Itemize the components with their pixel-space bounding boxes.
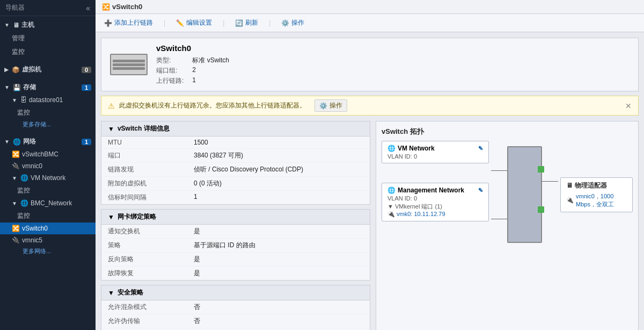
- topology-card: vSwitch 拓扑 🌐 VM Network ✎ V: [376, 121, 639, 330]
- prop-label: 端口: [108, 151, 194, 160]
- vm-network-vlan: VLAN ID: 0: [387, 153, 483, 160]
- vswitch-header-card: vSwitch0 类型: 标准 vSwitch 端口组: 2 上行链路: 1: [101, 38, 639, 91]
- sidebar-item-label: 主机: [21, 20, 34, 30]
- prop-label: MTU: [108, 139, 194, 146]
- topo-physical-box: 🖥 物理适配器 🔌 vmnic0，1000 Mbps，全双工: [560, 177, 633, 212]
- topo-line1: [491, 170, 507, 171]
- mgmt-network-edit-button[interactable]: ✎: [478, 187, 483, 194]
- physical-title-label: 物理适配器: [575, 181, 607, 190]
- topo-left-lines: [491, 146, 507, 243]
- sidebar-item-vmnic5[interactable]: 🔌 vmnic5: [0, 234, 96, 246]
- vm-network-title-row: 🌐 VM Network ✎: [387, 145, 483, 152]
- prop-value: 1: [194, 193, 197, 202]
- warning-action-button[interactable]: ⚙️ 操作: [314, 99, 347, 112]
- sidebar-item-label: BMC_Network: [31, 199, 72, 207]
- detail-section-body: MTU 1500 端口 3840 (3827 可用) 链路发现 侦听 / Cis…: [101, 137, 370, 204]
- sidebar-item-vm-network-monitor[interactable]: 监控: [0, 184, 96, 197]
- topo-switch-body: [507, 146, 542, 243]
- table-row: MTU 1500: [101, 137, 370, 149]
- topo-port-groups: 🌐 VM Network ✎ VLAN ID: 0 🌐 Ma: [382, 141, 489, 248]
- actions-label: 操作: [291, 18, 304, 27]
- add-uplink-button[interactable]: ➕ 添加上行链路: [102, 17, 155, 28]
- warning-close-button[interactable]: ✕: [625, 102, 632, 110]
- sidebar-item-host-monitor[interactable]: 监控: [0, 45, 96, 59]
- vm-network-edit-button[interactable]: ✎: [478, 145, 483, 152]
- sidebar-item-bmc-network-monitor[interactable]: 监控: [0, 209, 96, 223]
- sidebar-item-label: 监控: [17, 211, 30, 220]
- prop-value: 侦听 / Cisco Discovery Protocol (CDP): [194, 165, 303, 174]
- sidebar-item-datastore01[interactable]: ▼ 🗄 datastore01: [0, 94, 96, 106]
- sidebar-item-host-manage[interactable]: 管理: [0, 32, 96, 45]
- sidebar: 导航器 « ▼ 🖥 主机 管理 监控 ▶ 📦 虚拟机 0 ▼ 💾 存储 1: [0, 0, 96, 330]
- uplink-label: 上行链路:: [156, 76, 184, 85]
- mgmt-network-ip: 🔌 vmk0: 10.11.12.79: [387, 211, 483, 218]
- sidebar-item-bmc-network[interactable]: ▼ 🌐 BMC_Network: [0, 197, 96, 209]
- refresh-button[interactable]: 🔄 刷新: [233, 17, 260, 28]
- prop-value: 3840 (3827 可用): [194, 151, 243, 160]
- vmkernel-chevron: ▼: [387, 203, 393, 210]
- security-title: 安全策略: [118, 288, 143, 297]
- refresh-label: 刷新: [245, 18, 258, 27]
- sidebar-section-storage: ▼ 💾 存储 1 ▼ 🗄 datastore01 监控 更多存储...: [0, 78, 96, 133]
- security-section-header: ▼ 安全策略: [101, 285, 370, 300]
- topo-vm-network-box: 🌐 VM Network ✎ VLAN ID: 0: [382, 141, 489, 163]
- sidebar-item-vswitch0[interactable]: 🔀 vSwitch0: [0, 223, 96, 234]
- sidebar-item-label: 监控: [17, 186, 30, 195]
- prop-value: 基于源端口 ID 的路由: [194, 241, 255, 250]
- content-area: vSwitch0 类型: 标准 vSwitch 端口组: 2 上行链路: 1 ⚠…: [96, 32, 644, 330]
- topo-physical-title: 🖥 物理适配器: [566, 181, 627, 190]
- vmnic-icon: 🔌: [387, 211, 395, 217]
- security-section: ▼ 安全策略 允许混杂模式 否 允许伪传输 否 允许 MAC: [101, 285, 370, 330]
- sidebar-item-datastore-monitor[interactable]: 监控: [0, 106, 96, 119]
- sidebar-item-storage[interactable]: ▼ 💾 存储 1: [0, 81, 96, 94]
- chevron-down-icon: ▼: [4, 84, 10, 90]
- sidebar-item-vm[interactable]: ▶ 📦 虚拟机 0: [0, 63, 96, 76]
- chevron-icon: ▼: [108, 213, 114, 221]
- edit-settings-button[interactable]: ✏️ 编辑设置: [174, 17, 214, 28]
- prop-value: 是: [194, 269, 200, 278]
- security-section-body: 允许混杂模式 否 允许伪传输 否 允许 MAC 更改 否: [101, 300, 370, 330]
- sidebar-item-label: vmnic5: [22, 236, 42, 244]
- vswitch-diagram-icon: [110, 54, 148, 75]
- sidebar-title: 导航器: [5, 3, 25, 12]
- switch-bar3: [113, 67, 145, 70]
- vswitch-icon: 🔀: [12, 150, 20, 158]
- refresh-icon: 🔄: [235, 19, 243, 27]
- warning-icon: ⚠: [108, 102, 115, 110]
- sidebar-item-vm-network[interactable]: ▼ 🌐 VM Network: [0, 172, 96, 184]
- mgmt-network-name: Management Network: [398, 186, 464, 194]
- right-panel: vSwitch 拓扑 🌐 VM Network ✎ V: [376, 121, 639, 330]
- prop-label: 链路发现: [108, 165, 194, 174]
- table-row: 故障恢复 是: [101, 267, 370, 280]
- network-badge: 1: [82, 139, 91, 145]
- collapse-button[interactable]: «: [86, 4, 90, 12]
- more-network-link[interactable]: 更多网络...: [0, 246, 96, 257]
- port-group-label: 端口组:: [156, 66, 184, 75]
- table-row: 允许混杂模式 否: [101, 300, 370, 314]
- chevron-down-icon: ▼: [12, 97, 17, 103]
- sidebar-item-vswitchbmc[interactable]: 🔀 vSwitchBMC: [0, 148, 96, 160]
- uplink-value: 1: [192, 76, 229, 85]
- vmnic-icon: 🔌: [12, 162, 20, 170]
- vswitch-name: vSwitch0: [156, 44, 229, 53]
- table-row: 反向策略 是: [101, 253, 370, 267]
- nic-section: ▼ 网卡绑定策略 通知交换机 是 策略 基于源端口 ID 的路由: [101, 209, 370, 281]
- sidebar-item-network[interactable]: ▼ 🌐 网络 1: [0, 135, 96, 148]
- page-title: vSwitch0: [112, 3, 142, 11]
- prop-value: 1500: [194, 139, 208, 146]
- topo-port-indicator-top: [538, 166, 544, 173]
- separator2: |: [223, 19, 224, 27]
- sidebar-item-host[interactable]: ▼ 🖥 主机: [0, 18, 96, 32]
- warning-action-label: 操作: [330, 101, 342, 110]
- nic-section-header: ▼ 网卡绑定策略: [101, 210, 370, 225]
- actions-button[interactable]: ⚙️ 操作: [279, 17, 306, 28]
- physical-icon: 🖥: [566, 182, 573, 189]
- main-content: 🔀 vSwitch0 ➕ 添加上行链路 | ✏️ 编辑设置 | 🔄 刷新 | ⚙…: [96, 0, 644, 330]
- more-storage-link[interactable]: 更多存储...: [0, 119, 96, 131]
- network-port-icon2: 🌐: [387, 186, 396, 194]
- mgmt-network-title-row: 🌐 Management Network ✎: [387, 186, 483, 194]
- sidebar-item-vmnic0[interactable]: 🔌 vmnic0: [0, 160, 96, 172]
- prop-label: 允许伪传输: [108, 317, 194, 326]
- mgmt-ip-value: vmk0: 10.11.12.79: [397, 211, 445, 217]
- prop-label: 通知交换机: [108, 227, 194, 236]
